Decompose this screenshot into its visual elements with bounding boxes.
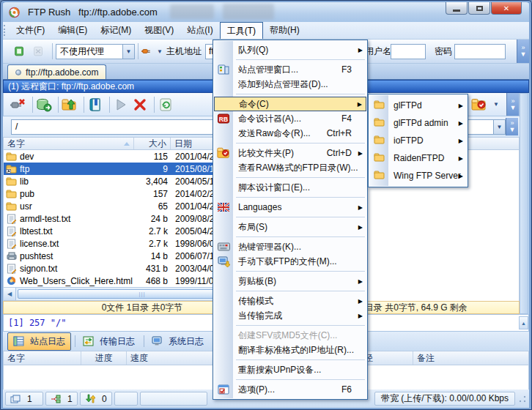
go-button[interactable] bbox=[113, 95, 132, 114]
tools-menu-item-16[interactable]: 当传输完成▶ bbox=[214, 308, 366, 323]
tools-menu-item-9[interactable]: 脚本设计窗口(E)... bbox=[214, 180, 366, 195]
tools-menu-item-6[interactable]: 发送Raw命令(R)...Ctrl+R bbox=[214, 126, 366, 141]
compare-folders-button[interactable] bbox=[471, 95, 490, 114]
connect-button[interactable]: ▼ bbox=[141, 42, 163, 61]
file-size: 2.7 k bbox=[134, 226, 171, 236]
title-bar[interactable]: FTP Rush ftp://ftp.adobe.com ✕ bbox=[3, 2, 529, 22]
menu-item-3[interactable]: 视图(V) bbox=[138, 22, 180, 39]
commands-submenu-item-3[interactable]: ioFTPD▶ bbox=[369, 132, 467, 149]
log-scroll-up-icon[interactable]: ▲ bbox=[519, 316, 528, 329]
tools-menu-item-1[interactable]: 队列(Q)▶ bbox=[214, 42, 366, 57]
tools-menu-item-8[interactable]: 查看RAW格式的FTP目录(W)... bbox=[214, 160, 366, 175]
menu-item-2[interactable]: 标记(M) bbox=[94, 22, 138, 39]
queue-column-5[interactable]: 备注 bbox=[413, 351, 528, 365]
vertical-scrollbar[interactable] bbox=[520, 93, 528, 314]
tab-divider bbox=[75, 335, 75, 347]
status-cell-transfers: 0 bbox=[80, 392, 112, 406]
file-name: pub bbox=[4, 189, 134, 199]
transfer-log-icon bbox=[83, 336, 94, 346]
close-tab-button[interactable] bbox=[30, 42, 49, 61]
tools-menu-item-2[interactable]: 站点管理窗口...F3 bbox=[214, 62, 366, 77]
tools-menu-item-13[interactable]: 手动下载FTP的文件(M)... bbox=[214, 254, 366, 269]
commands-submenu-item-1[interactable]: glFTPd▶ bbox=[369, 97, 467, 114]
file-name: license.txt bbox=[4, 239, 134, 249]
close-button[interactable]: ✕ bbox=[491, 2, 522, 15]
maximize-button[interactable] bbox=[468, 2, 490, 15]
submenu-arrow-icon: ▶ bbox=[358, 150, 363, 157]
submenu-arrow-icon: ▶ bbox=[358, 101, 362, 108]
tools-menu-item-18[interactable]: 翻译非标准格式的IP地址(R)... bbox=[214, 343, 366, 357]
proxy-select[interactable]: 不使用代理 ▼ bbox=[56, 44, 135, 59]
submenu-arrow-icon: ▶ bbox=[358, 224, 363, 231]
menu-separator bbox=[236, 94, 365, 94]
queue-column-1[interactable]: 名字 bbox=[4, 351, 81, 365]
column-header-name[interactable]: 名字 bbox=[4, 138, 134, 149]
chevron-down-icon[interactable]: ▼ bbox=[122, 45, 134, 59]
commands-submenu-item-4[interactable]: RaidenFTPD▶ bbox=[369, 149, 467, 167]
menu-item-6[interactable]: 帮助(H) bbox=[263, 22, 306, 39]
menu-item-4[interactable]: 站点(I) bbox=[180, 22, 219, 39]
menu-item-0[interactable]: 文件(F) bbox=[10, 22, 51, 39]
menu-item-label: 选项(P)... bbox=[238, 384, 275, 396]
tools-menu-item-15[interactable]: 传输模式▶ bbox=[214, 294, 366, 308]
glass-artifact bbox=[223, 4, 274, 20]
refresh-button[interactable] bbox=[158, 95, 177, 114]
log-tab-1[interactable]: 站点日志 bbox=[7, 332, 71, 351]
remote-path-value: / bbox=[15, 122, 18, 132]
sync-queue-button[interactable] bbox=[36, 95, 55, 114]
toolbar-separator bbox=[84, 97, 84, 113]
sort-asc-icon bbox=[124, 142, 130, 146]
menu-item-tools[interactable]: 工具(T) bbox=[220, 22, 263, 39]
menu-separator bbox=[236, 291, 365, 291]
resize-grip[interactable] bbox=[518, 395, 527, 403]
file-size: 2.7 k bbox=[134, 239, 171, 249]
scroll-left-icon[interactable]: ◀ bbox=[4, 288, 16, 300]
tools-menu-item-14[interactable]: 剪贴板(B)▶ bbox=[214, 274, 366, 288]
disconnect-button[interactable] bbox=[10, 95, 29, 114]
commands-submenu-item-2[interactable]: glFTPd admin▶ bbox=[369, 114, 467, 132]
tools-menu-item-20[interactable]: 选项(P)...F6 bbox=[214, 382, 366, 397]
abort-button[interactable] bbox=[132, 95, 151, 114]
tools-menu-item-5[interactable]: RB命令设计器(A)...F4 bbox=[214, 111, 366, 126]
tools-menu-item-10[interactable]: Languages▶ bbox=[214, 200, 366, 215]
session-tab-label: ftp://ftp.adobe.com bbox=[26, 67, 98, 78]
queue-column-2[interactable]: 进度 bbox=[81, 351, 127, 365]
chevron-down-icon[interactable]: ▼ bbox=[493, 101, 499, 108]
toolbar-overflow-chevron[interactable]: »▼ bbox=[517, 40, 529, 63]
tools-menu-item-12[interactable]: 热键管理器(K)... bbox=[214, 239, 366, 254]
menu-item-1[interactable]: 编辑(E) bbox=[51, 22, 94, 39]
new-tab-button[interactable] bbox=[11, 42, 30, 61]
folder-up-icon bbox=[62, 97, 78, 112]
chevron-down-icon[interactable]: ▼ bbox=[157, 48, 163, 55]
tools-menu-item-11[interactable]: 布局(S)▶ bbox=[214, 220, 366, 234]
toolbar-overflow-chevron[interactable]: »▼ bbox=[506, 93, 519, 116]
commands-submenu-item-5[interactable]: Wing FTP Server▶ bbox=[369, 167, 467, 184]
password-input[interactable] bbox=[454, 44, 506, 59]
tools-menu-item-3[interactable]: 添加到站点管理器(D)... bbox=[214, 77, 366, 92]
folder-check-icon bbox=[471, 97, 487, 112]
toolbar-separator bbox=[154, 97, 155, 113]
folder-icon bbox=[6, 189, 17, 199]
minimize-button[interactable] bbox=[446, 2, 468, 15]
username-input[interactable] bbox=[391, 44, 426, 59]
toolbar-overflow-chevron[interactable]: »▼ bbox=[506, 118, 518, 135]
menu-bar: 文件(F)编辑(E)标记(M)视图(V)站点(I)工具(T)帮助(H) bbox=[3, 22, 529, 40]
column-header-size[interactable]: 大小 bbox=[134, 138, 171, 149]
session-tab[interactable]: ftp://ftp.adobe.com bbox=[7, 64, 106, 79]
tools-menu-item-17[interactable]: 创建SFV或MD5文件(C)... bbox=[214, 328, 366, 343]
tools-menu-item-4[interactable]: 命令(C)▶ bbox=[214, 97, 366, 111]
file-size: 115 bbox=[134, 152, 171, 162]
tools-menu-item-7[interactable]: 比较文件夹(P)Ctrl+D▶ bbox=[214, 146, 366, 160]
chevron-down-icon[interactable]: ▼ bbox=[493, 120, 505, 134]
log-tab-2[interactable]: 传输日志 bbox=[78, 333, 140, 350]
menubar-grip[interactable] bbox=[4, 25, 9, 36]
menu-separator bbox=[236, 143, 365, 144]
site-manager-icon bbox=[217, 63, 230, 76]
menu-separator bbox=[236, 217, 365, 217]
remote-window-title: (1) 远程窗口: ftp://ftp.adobe.com bbox=[8, 81, 134, 93]
folder-up-button[interactable] bbox=[62, 95, 81, 114]
log-tab-3[interactable]: 系统日志 bbox=[147, 333, 209, 350]
bookmarks-button[interactable] bbox=[87, 95, 106, 114]
tools-menu-item-19[interactable]: 重新搜索UPnP设备... bbox=[214, 362, 366, 377]
submenu-arrow-icon: ▶ bbox=[459, 102, 463, 109]
